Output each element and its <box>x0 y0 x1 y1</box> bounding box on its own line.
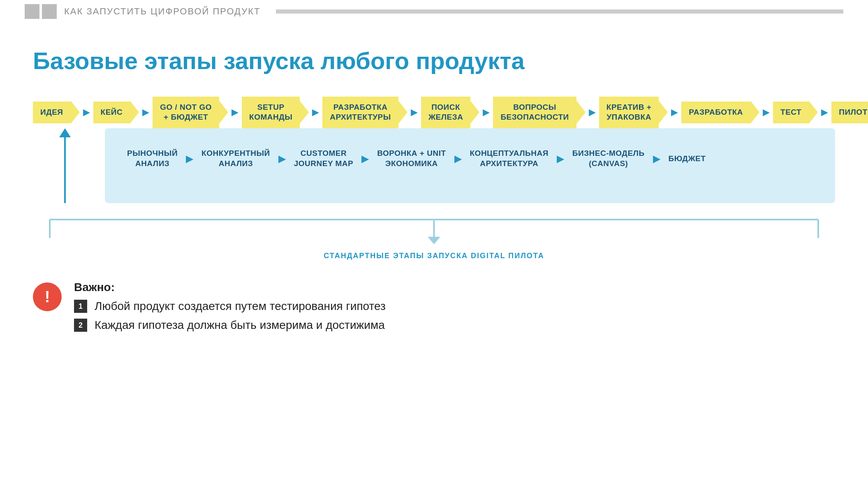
blue-section: РЫНОЧНЫЙАНАЛИЗ КОНКУРЕНТНЫЙАНАЛИЗ CUSTOM… <box>105 128 835 203</box>
flow-arrow-10 <box>818 107 831 118</box>
arrow-col <box>33 128 97 203</box>
step-box-hardware: ПОИСКЖЕЛЕЗА <box>421 97 470 128</box>
step-box-security: ВОПРОСЫБЕЗОПАСНОСТИ <box>493 97 576 128</box>
step-test: ТЕСТ <box>773 101 818 124</box>
flow-arrow-b1 <box>183 153 196 164</box>
step-pilot: ПИЛОТ <box>831 102 868 123</box>
note-content: Важно: 1 Любой продукт создается путем т… <box>74 281 386 332</box>
arrow-idea <box>71 101 80 124</box>
arrow-vert-line <box>64 137 66 203</box>
step-box-idea: ИДЕЯ <box>33 102 71 123</box>
top-flow: ИДЕЯ КЕЙС GO / NOT GO+ БЮДЖЕТ SETUPКОМАН… <box>33 97 835 128</box>
step-compete: КОНКУРЕНТНЫЙАНАЛИЗ <box>196 143 276 174</box>
top-bar-squares <box>25 4 57 19</box>
bracket-section: СТАНДАРТНЫЕ ЭТАПЫ ЗАПУСКА DIGITAL ПИЛОТА <box>33 215 835 260</box>
step-box-compete: КОНКУРЕНТНЫЙАНАЛИЗ <box>196 143 276 174</box>
step-security: ВОПРОСЫБЕЗОПАСНОСТИ <box>493 97 585 128</box>
flow-arrow-b6 <box>650 153 663 164</box>
step-box-setup: SETUPКОМАНДЫ <box>242 97 300 128</box>
flow-arrow-b4 <box>452 153 464 164</box>
step-idea: ИДЕЯ <box>33 101 80 124</box>
step-box-creative: КРЕАТИВ +УПАКОВКА <box>599 97 659 128</box>
arrow-dev <box>750 101 759 124</box>
step-box-bizmodel: БИЗНЕС-МОДЕЛЬ(CANVAS) <box>567 143 650 174</box>
flow-arrow-4 <box>309 107 322 118</box>
main-content: Базовые этапы запуска любого продукта ИД… <box>0 23 868 348</box>
step-box-dev: РАЗРАБОТКА <box>681 102 750 123</box>
flow-arrow-2 <box>139 107 153 118</box>
flow-arrow-b3 <box>359 153 371 164</box>
flow-arrow-3 <box>228 107 242 118</box>
square-2 <box>42 4 57 19</box>
page-title: Базовые этапы запуска любого продукта <box>33 48 835 74</box>
step-concept: КОНЦЕПТУАЛЬНАЯАРХИТЕКТУРА <box>464 143 554 174</box>
flow-arrow-b2 <box>276 153 288 164</box>
arrow-arch <box>398 101 407 124</box>
step-keys: КЕЙС <box>93 101 139 124</box>
note-text-2: Каждая гипотеза должна быть измерима и д… <box>95 319 385 332</box>
square-1 <box>25 4 39 19</box>
step-funnel: ВОРОНКА + UNITЭКОНОМИКА <box>371 143 451 174</box>
step-box-test: ТЕСТ <box>773 102 809 123</box>
svg-marker-5 <box>428 237 440 244</box>
arrow-go <box>219 101 228 124</box>
step-arch: РАЗРАБОТКААРХИТЕКТУРЫ <box>322 97 407 128</box>
note-title: Важно: <box>74 281 386 294</box>
step-box-go: GO / NOT GO+ БЮДЖЕТ <box>153 97 219 128</box>
note-section: ! Важно: 1 Любой продукт создается путем… <box>33 281 835 332</box>
step-dev: РАЗРАБОТКА <box>681 101 759 124</box>
arrow-up-triangle <box>59 128 71 137</box>
flow-arrow-6 <box>479 107 493 118</box>
flow-arrow-5 <box>407 107 421 118</box>
step-cjm: CUSTOMERJOURNEY MAP <box>288 143 359 174</box>
step-budget: БЮДЖЕТ <box>663 148 712 170</box>
step-box-budget: БЮДЖЕТ <box>663 148 712 170</box>
step-box-concept: КОНЦЕПТУАЛЬНАЯАРХИТЕКТУРА <box>464 143 554 174</box>
step-go: GO / NOT GO+ БЮДЖЕТ <box>153 97 228 128</box>
step-creative: КРЕАТИВ +УПАКОВКА <box>599 97 668 128</box>
top-bar-title: КАК ЗАПУСТИТЬ ЦИФРОВОЙ ПРОДУКТ <box>64 6 260 17</box>
note-item-1: 1 Любой продукт создается путем тестиров… <box>74 300 386 313</box>
step-box-keys: КЕЙС <box>93 102 130 123</box>
flow-arrow-8 <box>668 107 681 118</box>
warning-exclamation: ! <box>45 289 50 305</box>
step-setup: SETUPКОМАНДЫ <box>242 97 309 128</box>
top-bar: КАК ЗАПУСТИТЬ ЦИФРОВОЙ ПРОДУКТ <box>0 0 868 23</box>
flow-arrow-7 <box>586 107 599 118</box>
step-box-cjm: CUSTOMERJOURNEY MAP <box>288 143 359 174</box>
note-item-2: 2 Каждая гипотеза должна быть измерима и… <box>74 319 386 332</box>
bottom-flow: РЫНОЧНЫЙАНАЛИЗ КОНКУРЕНТНЫЙАНАЛИЗ CUSTOM… <box>121 143 819 174</box>
step-box-market: РЫНОЧНЫЙАНАЛИЗ <box>121 143 183 174</box>
arrow-security <box>576 101 586 124</box>
flow-arrow-1 <box>80 107 93 118</box>
bracket-label: СТАНДАРТНЫЕ ЭТАПЫ ЗАПУСКА DIGITAL ПИЛОТА <box>324 252 544 260</box>
warning-icon: ! <box>33 282 62 311</box>
step-box-arch: РАЗРАБОТКААРХИТЕКТУРЫ <box>322 97 398 128</box>
arrow-creative <box>659 101 668 124</box>
step-hardware: ПОИСКЖЕЛЕЗА <box>421 97 479 128</box>
arrow-setup <box>300 101 309 124</box>
top-bar-line <box>276 9 843 14</box>
note-num-2: 2 <box>74 319 87 332</box>
step-bizmodel: БИЗНЕС-МОДЕЛЬ(CANVAS) <box>567 143 650 174</box>
arrow-keys <box>130 101 139 124</box>
bracket-svg <box>33 215 835 248</box>
middle-section: РЫНОЧНЫЙАНАЛИЗ КОНКУРЕНТНЫЙАНАЛИЗ CUSTOM… <box>33 128 835 203</box>
note-text-1: Любой продукт создается путем тестирован… <box>95 300 386 313</box>
flow-arrow-b5 <box>554 153 567 164</box>
step-box-funnel: ВОРОНКА + UNITЭКОНОМИКА <box>371 143 451 174</box>
step-box-pilot: ПИЛОТ <box>831 102 868 123</box>
note-num-1: 1 <box>74 300 87 313</box>
step-market: РЫНОЧНЫЙАНАЛИЗ <box>121 143 183 174</box>
arrow-test <box>809 101 818 124</box>
flow-arrow-9 <box>759 107 773 118</box>
arrow-hardware <box>470 101 479 124</box>
